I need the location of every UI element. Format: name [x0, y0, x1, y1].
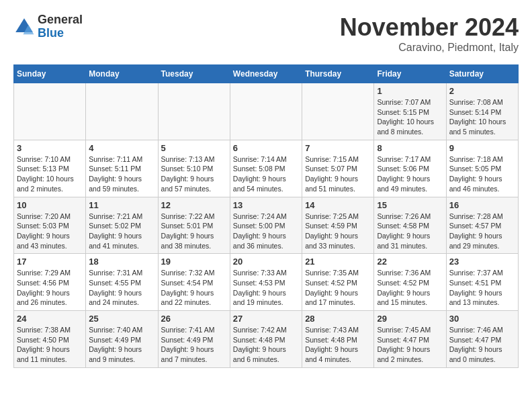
- calendar-cell: 19Sunrise: 7:32 AMSunset: 4:54 PMDayligh…: [158, 254, 230, 311]
- day-info: Sunrise: 7:37 AMSunset: 4:51 PMDaylight:…: [449, 268, 515, 308]
- day-info: Sunrise: 7:18 AMSunset: 5:05 PMDaylight:…: [449, 154, 515, 194]
- day-number: 26: [161, 314, 227, 324]
- day-number: 18: [89, 257, 154, 267]
- day-number: 9: [449, 143, 515, 153]
- page-header: General Blue November 2024 Caravino, Pie…: [13, 13, 519, 54]
- day-number: 27: [233, 314, 299, 324]
- day-info: Sunrise: 7:32 AMSunset: 4:54 PMDaylight:…: [161, 268, 227, 308]
- day-number: 14: [305, 200, 371, 210]
- calendar-title: November 2024: [340, 13, 519, 42]
- calendar-cell: 20Sunrise: 7:33 AMSunset: 4:53 PMDayligh…: [230, 254, 302, 311]
- calendar-cell: [158, 83, 230, 140]
- calendar-cell: 3Sunrise: 7:10 AMSunset: 5:13 PMDaylight…: [14, 140, 86, 197]
- day-info: Sunrise: 7:24 AMSunset: 5:00 PMDaylight:…: [233, 212, 299, 251]
- day-info: Sunrise: 7:11 AMSunset: 5:11 PMDaylight:…: [89, 154, 154, 194]
- week-row-4: 17Sunrise: 7:29 AMSunset: 4:56 PMDayligh…: [14, 254, 519, 311]
- calendar-cell: 22Sunrise: 7:36 AMSunset: 4:52 PMDayligh…: [374, 254, 446, 311]
- calendar-cell: [86, 83, 158, 140]
- calendar-cell: 10Sunrise: 7:20 AMSunset: 5:03 PMDayligh…: [14, 197, 86, 254]
- calendar-cell: 1Sunrise: 7:07 AMSunset: 5:15 PMDaylight…: [374, 83, 446, 140]
- day-info: Sunrise: 7:17 AMSunset: 5:06 PMDaylight:…: [377, 154, 443, 194]
- header-day-wednesday: Wednesday: [230, 65, 302, 83]
- calendar-header: SundayMondayTuesdayWednesdayThursdayFrid…: [14, 65, 519, 83]
- calendar-cell: 13Sunrise: 7:24 AMSunset: 5:00 PMDayligh…: [230, 197, 302, 254]
- header-day-tuesday: Tuesday: [158, 65, 230, 83]
- week-row-1: 1Sunrise: 7:07 AMSunset: 5:15 PMDaylight…: [14, 83, 519, 140]
- week-row-3: 10Sunrise: 7:20 AMSunset: 5:03 PMDayligh…: [14, 197, 519, 254]
- day-number: 7: [305, 143, 371, 153]
- day-number: 15: [377, 200, 443, 210]
- calendar-body: 1Sunrise: 7:07 AMSunset: 5:15 PMDaylight…: [14, 83, 519, 368]
- calendar-cell: 30Sunrise: 7:46 AMSunset: 4:47 PMDayligh…: [446, 311, 518, 368]
- day-info: Sunrise: 7:21 AMSunset: 5:02 PMDaylight:…: [89, 212, 154, 251]
- day-info: Sunrise: 7:08 AMSunset: 5:14 PMDaylight:…: [449, 97, 515, 137]
- header-day-friday: Friday: [374, 65, 446, 83]
- calendar-cell: 16Sunrise: 7:28 AMSunset: 4:57 PMDayligh…: [446, 197, 518, 254]
- day-info: Sunrise: 7:40 AMSunset: 4:49 PMDaylight:…: [89, 325, 154, 365]
- day-info: Sunrise: 7:43 AMSunset: 4:48 PMDaylight:…: [305, 325, 371, 365]
- day-number: 20: [233, 257, 299, 267]
- day-info: Sunrise: 7:33 AMSunset: 4:53 PMDaylight:…: [233, 268, 299, 308]
- day-info: Sunrise: 7:25 AMSunset: 4:59 PMDaylight:…: [305, 212, 371, 251]
- calendar-cell: 4Sunrise: 7:11 AMSunset: 5:11 PMDaylight…: [86, 140, 158, 197]
- day-number: 16: [449, 200, 515, 210]
- calendar-cell: 5Sunrise: 7:13 AMSunset: 5:10 PMDaylight…: [158, 140, 230, 197]
- day-number: 23: [449, 257, 515, 267]
- calendar-cell: 27Sunrise: 7:42 AMSunset: 4:48 PMDayligh…: [230, 311, 302, 368]
- calendar-cell: [14, 83, 86, 140]
- day-number: 2: [449, 86, 515, 96]
- day-info: Sunrise: 7:15 AMSunset: 5:07 PMDaylight:…: [305, 154, 371, 194]
- day-info: Sunrise: 7:20 AMSunset: 5:03 PMDaylight:…: [17, 212, 83, 251]
- header-row: SundayMondayTuesdayWednesdayThursdayFrid…: [14, 65, 519, 83]
- day-number: 17: [17, 257, 83, 267]
- calendar-cell: 21Sunrise: 7:35 AMSunset: 4:52 PMDayligh…: [302, 254, 374, 311]
- title-area: November 2024 Caravino, Piedmont, Italy: [340, 13, 519, 54]
- calendar-cell: 11Sunrise: 7:21 AMSunset: 5:02 PMDayligh…: [86, 197, 158, 254]
- day-info: Sunrise: 7:35 AMSunset: 4:52 PMDaylight:…: [305, 268, 371, 308]
- day-number: 1: [377, 86, 443, 96]
- day-number: 11: [89, 200, 154, 210]
- day-info: Sunrise: 7:38 AMSunset: 4:50 PMDaylight:…: [17, 325, 83, 365]
- calendar-cell: [302, 83, 374, 140]
- day-number: 28: [305, 314, 371, 324]
- day-info: Sunrise: 7:28 AMSunset: 4:57 PMDaylight:…: [449, 212, 515, 251]
- day-number: 3: [17, 143, 83, 153]
- day-info: Sunrise: 7:46 AMSunset: 4:47 PMDaylight:…: [449, 325, 515, 365]
- day-info: Sunrise: 7:13 AMSunset: 5:10 PMDaylight:…: [161, 154, 227, 194]
- calendar-cell: 29Sunrise: 7:45 AMSunset: 4:47 PMDayligh…: [374, 311, 446, 368]
- week-row-2: 3Sunrise: 7:10 AMSunset: 5:13 PMDaylight…: [14, 140, 519, 197]
- calendar-cell: 15Sunrise: 7:26 AMSunset: 4:58 PMDayligh…: [374, 197, 446, 254]
- day-number: 21: [305, 257, 371, 267]
- logo: General Blue: [13, 13, 83, 40]
- day-number: 10: [17, 200, 83, 210]
- day-number: 30: [449, 314, 515, 324]
- calendar-cell: 7Sunrise: 7:15 AMSunset: 5:07 PMDaylight…: [302, 140, 374, 197]
- logo-text: General Blue: [38, 13, 83, 40]
- day-info: Sunrise: 7:42 AMSunset: 4:48 PMDaylight:…: [233, 325, 299, 365]
- calendar-cell: [230, 83, 302, 140]
- calendar-cell: 2Sunrise: 7:08 AMSunset: 5:14 PMDaylight…: [446, 83, 518, 140]
- header-day-saturday: Saturday: [446, 65, 518, 83]
- day-number: 29: [377, 314, 443, 324]
- day-info: Sunrise: 7:36 AMSunset: 4:52 PMDaylight:…: [377, 268, 443, 308]
- day-info: Sunrise: 7:29 AMSunset: 4:56 PMDaylight:…: [17, 268, 83, 308]
- calendar-cell: 25Sunrise: 7:40 AMSunset: 4:49 PMDayligh…: [86, 311, 158, 368]
- header-day-thursday: Thursday: [302, 65, 374, 83]
- day-number: 24: [17, 314, 83, 324]
- day-info: Sunrise: 7:26 AMSunset: 4:58 PMDaylight:…: [377, 212, 443, 251]
- day-number: 8: [377, 143, 443, 153]
- calendar-subtitle: Caravino, Piedmont, Italy: [340, 42, 519, 54]
- calendar-cell: 9Sunrise: 7:18 AMSunset: 5:05 PMDaylight…: [446, 140, 518, 197]
- day-info: Sunrise: 7:41 AMSunset: 4:49 PMDaylight:…: [161, 325, 227, 365]
- calendar-cell: 18Sunrise: 7:31 AMSunset: 4:55 PMDayligh…: [86, 254, 158, 311]
- day-info: Sunrise: 7:14 AMSunset: 5:08 PMDaylight:…: [233, 154, 299, 194]
- day-number: 19: [161, 257, 227, 267]
- day-info: Sunrise: 7:31 AMSunset: 4:55 PMDaylight:…: [89, 268, 154, 308]
- calendar-cell: 12Sunrise: 7:22 AMSunset: 5:01 PMDayligh…: [158, 197, 230, 254]
- day-info: Sunrise: 7:22 AMSunset: 5:01 PMDaylight:…: [161, 212, 227, 251]
- calendar-cell: 26Sunrise: 7:41 AMSunset: 4:49 PMDayligh…: [158, 311, 230, 368]
- header-day-monday: Monday: [86, 65, 158, 83]
- day-number: 22: [377, 257, 443, 267]
- day-number: 25: [89, 314, 154, 324]
- day-number: 4: [89, 143, 154, 153]
